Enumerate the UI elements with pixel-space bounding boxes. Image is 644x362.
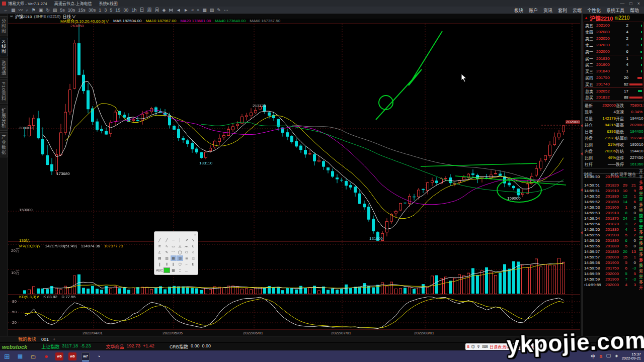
tab-001[interactable]: 001 — [41, 337, 49, 342]
volume-chart[interactable] — [8, 241, 580, 295]
ladder-row[interactable]: 买四20175020 — [584, 74, 643, 81]
tab-my-board[interactable]: 我的板块 — [17, 336, 37, 343]
drawing-tool-icon[interactable]: ─ — [171, 237, 177, 243]
alert-icon[interactable]: ▲ — [584, 16, 588, 20]
drawing-tool-icon[interactable]: ▩ — [171, 267, 177, 273]
toolbar-button[interactable]: ◈ — [160, 7, 167, 14]
obs-icon[interactable]: ◔ — [95, 352, 103, 360]
menu-item[interactable]: 板块 — [514, 7, 523, 14]
toolbar-button[interactable]: 3 — [103, 7, 108, 14]
drawing-tool-icon[interactable]: ↗ — [184, 237, 190, 243]
menu-item[interactable]: 帮助 — [630, 7, 639, 14]
drawing-tool-icon[interactable]: ▦ — [171, 255, 177, 261]
kd-label[interactable]: KD(9,3,3)∨ — [19, 295, 39, 299]
drawing-tool-icon[interactable]: ✎ — [164, 249, 170, 255]
sidebar-tab[interactable]: F10资料 — [0, 79, 8, 104]
toolbar-button[interactable]: ▣ — [37, 7, 45, 14]
ladder-row[interactable]: 买五20174062 — [584, 81, 643, 87]
minimize-button[interactable]: — — [620, 1, 624, 6]
mv-label[interactable]: MV(10,20)∨ — [19, 244, 41, 248]
toolbar-button[interactable]: 30 — [122, 7, 130, 14]
drawing-tool-icon[interactable]: ╱ — [156, 237, 163, 243]
start-button[interactable]: ⊞ — [3, 352, 11, 360]
ladder-row[interactable]: 总买20183288 — [584, 94, 643, 101]
toolbar-button[interactable]: 10s — [66, 7, 77, 14]
menu-item[interactable]: 套利 — [558, 7, 567, 14]
toolbar-button[interactable]: ▦ — [201, 7, 208, 14]
ma-indicator-row[interactable]: MA组合(5,10,20,40,60,0)∨MA5 192504.00MA10 … — [8, 19, 580, 24]
wenhua6-icon-1[interactable]: w6 — [55, 352, 63, 360]
kd-indicator-row[interactable]: KD(9,3,3)∨ K 83.82 D 77.55 — [19, 295, 75, 299]
drawing-tool-icon[interactable]: ∥ — [156, 261, 163, 267]
drawing-tool-icon[interactable]: ○ — [190, 249, 196, 255]
drawing-tool-icon[interactable] — [190, 267, 196, 273]
menu-item[interactable]: 系统工具 — [606, 7, 624, 14]
drawing-tool-icon[interactable]: △ — [177, 243, 183, 249]
toolbar-button[interactable]: » — [195, 7, 201, 14]
toolbar-button[interactable]: 日 — [138, 7, 145, 14]
toolbar-button[interactable]: ► — [182, 7, 190, 14]
ladder-row[interactable]: 买二2019004 — [584, 61, 643, 68]
sidebar-tab[interactable]: 扩展分析 — [0, 106, 8, 131]
drawing-tool-icon[interactable]: ■ — [164, 267, 170, 273]
drawing-tool-icon[interactable]: ABC — [156, 267, 163, 273]
drawing-tool-icon[interactable]: │ — [177, 237, 183, 243]
toolbar-button[interactable]: 1h — [130, 7, 138, 14]
drawing-tool-icon[interactable]: ∪ — [190, 243, 196, 249]
sidebar-tab[interactable]: K线图 — [0, 38, 8, 56]
toolbar-button[interactable]: 1 — [97, 7, 103, 14]
drawing-tool-icon[interactable]: ▥ — [164, 255, 170, 261]
wenhua7-icon-active[interactable]: w7 — [82, 352, 90, 360]
sidebar-tab[interactable]: 产业数据 — [0, 132, 8, 157]
toolbar-button[interactable]: 〰 — [17, 7, 25, 14]
drawing-tool-icon[interactable]: ☲ — [190, 255, 196, 261]
toolbar-button[interactable]: 5s — [58, 7, 66, 14]
app-red-icon[interactable]: ● — [42, 352, 50, 360]
toolbar-button[interactable]: ⋈ — [167, 7, 175, 14]
toolbar-button[interactable]: « — [190, 7, 195, 14]
drawing-tool-icon[interactable]: ∠ — [156, 249, 163, 255]
drawing-tool-icon[interactable]: ⫴ — [164, 261, 170, 267]
drawing-tool-icon[interactable]: ▭ — [171, 243, 177, 249]
ladder-row[interactable]: 卖五2021002 — [584, 22, 643, 29]
explorer-icon[interactable]: 🗀 — [29, 352, 37, 360]
ladder-row[interactable]: 卖一2020006 — [584, 48, 643, 55]
drawing-tool-icon[interactable]: ⁚⁚ — [177, 267, 183, 273]
drawing-tool-icon[interactable]: E — [190, 261, 196, 267]
close-button[interactable]: × — [637, 1, 640, 6]
drawing-tool-icon[interactable]: ▨ — [177, 255, 183, 261]
ladder-row[interactable]: 卖四2020804 — [584, 29, 643, 35]
ladder-row[interactable]: 买一2019301 — [584, 55, 643, 61]
toolbar-button[interactable]: 30s — [87, 7, 98, 14]
toolbar-button[interactable]: 15 — [114, 7, 122, 14]
ladder-row[interactable]: 卖三2020502 — [584, 35, 643, 42]
task-view-icon[interactable]: ▦ — [16, 352, 24, 360]
toolbar-button[interactable]: ↻ — [44, 7, 51, 14]
toolbar-button[interactable]: ← — [2, 7, 10, 14]
drawing-tool-icon[interactable]: ⬠ — [177, 261, 183, 267]
maximize-button[interactable]: □ — [629, 1, 632, 6]
toolbar-button[interactable]: ⚑ — [30, 7, 37, 14]
toolbar-button[interactable]: ⌕ — [25, 7, 30, 14]
menu-item[interactable]: 资讯 — [543, 7, 552, 14]
toolbar-button[interactable]: 月 — [153, 7, 160, 14]
menu-item[interactable]: 云端 — [573, 7, 582, 14]
mv-indicator-row[interactable]: MV(10,20)∨ 142179.00(51:49) 134974.36 10… — [19, 244, 123, 248]
ladder-row[interactable]: 卖二2020303 — [584, 42, 643, 48]
toolbar-button[interactable]: ▤ — [208, 7, 216, 14]
toolbar-button[interactable]: ◄ — [175, 7, 182, 14]
toolbar-button[interactable]: ▨ — [51, 7, 59, 14]
ladder-row[interactable]: 总卖20205217 — [584, 87, 643, 94]
toolbar-button[interactable]: 周 — [145, 7, 153, 14]
popup-close-icon[interactable]: × — [194, 233, 196, 237]
sidebar-tab[interactable]: 资讯通 — [0, 58, 8, 78]
menu-item[interactable]: 个性化 — [587, 7, 601, 14]
toolbar-button[interactable]: 5 — [108, 7, 114, 14]
drawing-tool-icon[interactable]: ◯ — [177, 249, 183, 255]
drawing-tool-icon[interactable]: ⌒ — [171, 249, 177, 255]
drawing-tool-icon[interactable]: ≣ — [184, 255, 190, 261]
drawing-tool-icon[interactable]: ▤ — [156, 255, 163, 261]
toolbar-button[interactable]: ⋯ — [222, 7, 230, 14]
kd-indicator-chart[interactable] — [8, 294, 580, 330]
sidebar-tab[interactable]: 分时图 — [0, 16, 8, 36]
